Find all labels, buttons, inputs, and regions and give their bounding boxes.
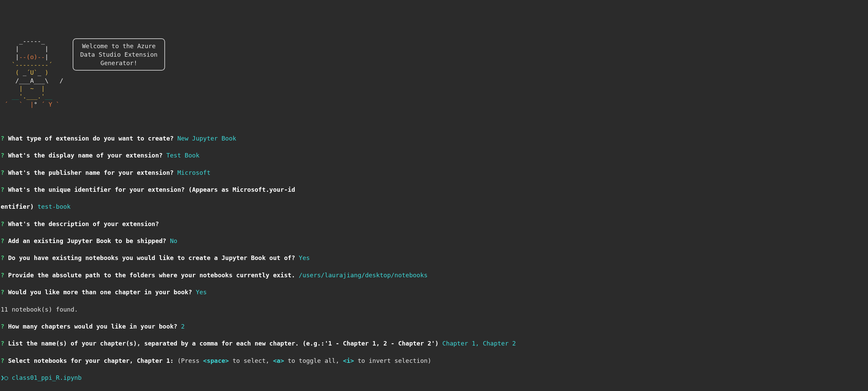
prompt-description: ? What's the description of your extensi… (1, 220, 867, 228)
prompt-unique-id-cont: entifier) test-book (1, 202, 867, 211)
checkbox-icon: ◯ (4, 374, 8, 381)
prompt-publisher-name: ? What's the publisher name for your ext… (1, 168, 867, 177)
welcome-line-2: Data Studio Extension (80, 51, 158, 58)
prompt-existing-book: ? Add an existing Jupyter Book to be shi… (1, 237, 867, 245)
ascii-mascot: _-----_ | | |--(o)--| `---------´ ( _´U`… (1, 37, 63, 109)
blank-line (1, 117, 867, 125)
welcome-line-1: Welcome to the Azure (82, 42, 156, 50)
prompt-display-name: ? What's the display name of your extens… (1, 151, 867, 160)
header: _-----_ | | |--(o)--| `---------´ ( _´U`… (1, 37, 867, 109)
checklist-item-selected[interactable]: ❯◯ class01_ppi_R.ipynb (1, 373, 867, 382)
welcome-line-3: Generator! (101, 59, 137, 67)
prompt-extension-type: ? What type of extension do you want to … (1, 134, 867, 143)
welcome-box: Welcome to the Azure Data Studio Extensi… (73, 38, 165, 71)
prompt-chapter-names: ? List the name(s) of your chapter(s), s… (1, 339, 867, 348)
prompt-existing-notebooks: ? Do you have existing notebooks you wou… (1, 254, 867, 262)
prompt-absolute-path: ? Provide the absolute path to the folde… (1, 271, 867, 279)
prompt-select-notebooks[interactable]: ? Select notebooks for your chapter, Cha… (1, 356, 867, 365)
cursor-icon: ❯ (1, 374, 4, 381)
notebooks-found: 11 notebook(s) found. (1, 305, 867, 314)
prompt-chapter-count: ? How many chapters would you like in yo… (1, 322, 867, 331)
prompt-more-chapters: ? Would you like more than one chapter i… (1, 288, 867, 296)
prompt-unique-id: ? What's the unique identifier for your … (1, 185, 867, 194)
